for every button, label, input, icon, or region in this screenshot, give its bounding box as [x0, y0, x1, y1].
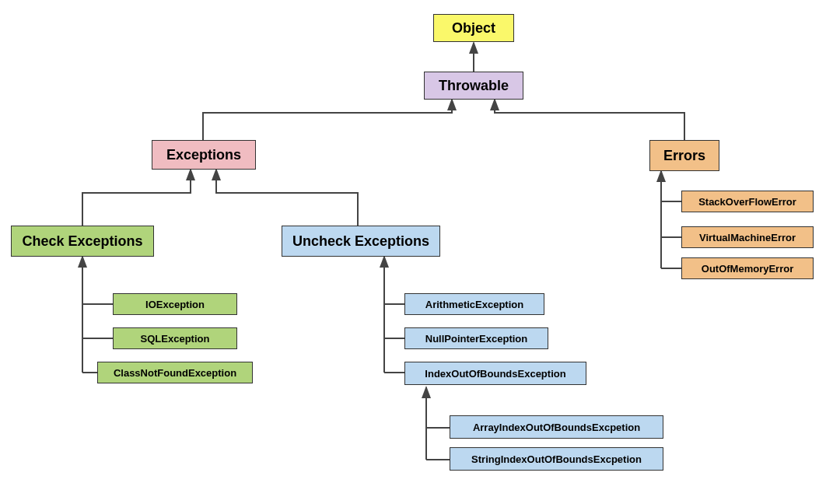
node-label: IndexOutOfBoundsException — [425, 368, 565, 380]
node-exceptions: Exceptions — [152, 140, 256, 170]
node-label: Object — [452, 20, 495, 37]
node-ioexception: IOException — [113, 293, 237, 315]
node-label: Exceptions — [166, 147, 241, 163]
node-virtualmachine: VirtualMachineError — [681, 226, 814, 248]
node-arithmetic: ArithmeticException — [404, 293, 544, 315]
node-uncheck-exceptions: Uncheck Exceptions — [282, 226, 440, 257]
diagram-canvas: Object Throwable Exceptions Errors Check… — [0, 0, 840, 504]
node-label: NullPointerException — [425, 333, 527, 345]
node-stringindex: StringIndexOutOfBoundsExcpetion — [450, 447, 663, 471]
node-errors: Errors — [649, 140, 719, 171]
node-label: SQLException — [141, 333, 210, 345]
node-object: Object — [433, 14, 514, 42]
node-check-exceptions: Check Exceptions — [11, 226, 154, 257]
node-sqlexception: SQLException — [113, 327, 237, 349]
node-label: Check Exceptions — [22, 233, 142, 250]
node-outofmemory: OutOfMemoryError — [681, 257, 814, 279]
node-label: StackOverFlowError — [698, 196, 796, 208]
node-label: VirtualMachineError — [699, 232, 796, 243]
node-label: ClassNotFoundException — [114, 367, 236, 379]
node-stackoverflow: StackOverFlowError — [681, 191, 814, 212]
node-arrayindex: ArrayIndexOutOfBoundsExcpetion — [450, 415, 663, 439]
node-label: Throwable — [439, 78, 509, 94]
node-label: ArithmeticException — [425, 299, 523, 310]
node-classnotfound: ClassNotFoundException — [97, 362, 253, 383]
node-label: StringIndexOutOfBoundsExcpetion — [471, 453, 642, 465]
node-label: IOException — [145, 299, 205, 310]
node-label: Errors — [663, 148, 705, 164]
node-label: OutOfMemoryError — [702, 263, 793, 275]
node-label: Uncheck Exceptions — [292, 233, 429, 250]
node-nullpointer: NullPointerException — [404, 327, 548, 349]
node-indexoutofbounds: IndexOutOfBoundsException — [404, 362, 586, 385]
node-throwable: Throwable — [424, 72, 523, 100]
node-label: ArrayIndexOutOfBoundsExcpetion — [473, 422, 640, 433]
